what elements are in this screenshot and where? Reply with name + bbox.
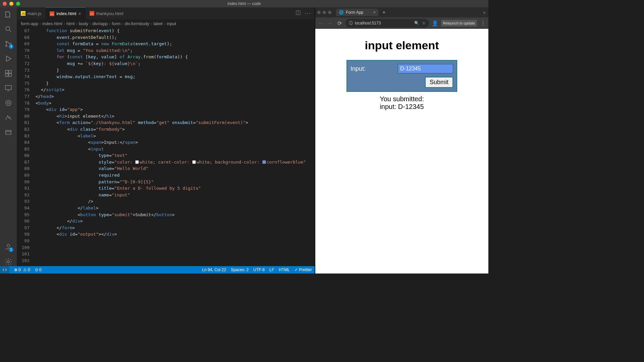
editor-tab[interactable]: JSmain.js: [17, 7, 46, 19]
new-tab-icon[interactable]: +: [380, 9, 387, 15]
input-label-row: Input:: [351, 64, 453, 73]
page-heading: input element: [365, 39, 439, 52]
browser-tab-title: Form App: [346, 10, 363, 15]
window-titlebar: index.html — code: [0, 0, 488, 7]
status-bar: ⊗ 0 ⚠ 0 ⊙ 0 Ln 94, Col 22 Spaces: 2 UTF-…: [0, 266, 315, 274]
breadcrumb-item[interactable]: body: [79, 21, 88, 26]
status-lang[interactable]: HTML: [279, 267, 290, 272]
breadcrumb-item[interactable]: index.html: [42, 21, 62, 26]
text-input[interactable]: [398, 64, 453, 73]
browser-toolbar: ← → ⟳ ⓘ localhost:5173 🔍 ☆ 👤 Relaunch to…: [315, 17, 488, 29]
tab-label: index.html: [56, 11, 76, 16]
svg-point-11: [7, 244, 10, 247]
settings-gear-icon[interactable]: [4, 257, 13, 266]
traffic-lights: [3, 2, 20, 6]
accounts-icon[interactable]: 1: [4, 243, 13, 251]
svg-text:JS: JS: [21, 12, 25, 15]
breadcrumb-item[interactable]: form-app: [21, 21, 38, 26]
code-editor[interactable]: 6768697071727374757677787980818283848586…: [17, 27, 315, 266]
bookmark-icon[interactable]: ☆: [422, 21, 426, 25]
status-formatter[interactable]: ✓ Prettier: [294, 267, 312, 272]
breadcrumb-item[interactable]: label: [153, 21, 162, 26]
browser-traffic-lights: [317, 11, 331, 14]
remote-indicator-icon[interactable]: [0, 266, 9, 274]
accounts-badge: 1: [9, 247, 13, 252]
browser-window: 🌐 Form App × + » ← → ⟳ ⓘ localhost:5173 …: [315, 7, 488, 274]
scm-badge: 4: [9, 44, 13, 49]
source-control-icon[interactable]: 4: [4, 40, 13, 48]
site-info-icon[interactable]: ⓘ: [349, 20, 353, 26]
browser-menu-icon[interactable]: ⋮: [480, 20, 486, 26]
remote-explorer-icon[interactable]: [4, 84, 13, 93]
svg-rect-7: [9, 74, 11, 76]
svg-point-1: [6, 41, 7, 43]
breadcrumb-item[interactable]: div#app: [92, 21, 108, 26]
file-icon: JS: [21, 11, 25, 16]
extensions-icon[interactable]: [4, 69, 13, 78]
extra-3-icon[interactable]: [4, 128, 13, 137]
status-eol[interactable]: LF: [269, 267, 274, 272]
svg-rect-5: [9, 70, 11, 73]
minimize-window-icon[interactable]: [9, 2, 13, 6]
svg-rect-10: [6, 130, 11, 134]
zoom-window-icon[interactable]: [16, 2, 20, 6]
extra-2-icon[interactable]: [4, 113, 13, 122]
tab-label: main.js: [28, 11, 41, 16]
rendered-page: input element Input: Submit You submitte…: [315, 29, 488, 274]
zoom-indicator-icon[interactable]: 🔍: [414, 21, 419, 25]
status-encoding[interactable]: UTF-8: [253, 267, 265, 272]
explorer-icon[interactable]: [4, 10, 13, 19]
vscode-window: 4 1 JSmain.js<>index.html×<>thankyou.htm…: [0, 7, 315, 274]
forward-icon[interactable]: →: [327, 20, 333, 26]
svg-point-12: [7, 261, 9, 263]
breadcrumb-item[interactable]: form: [112, 21, 120, 26]
svg-text:<>: <>: [90, 12, 94, 15]
close-tab-icon[interactable]: ×: [373, 10, 376, 15]
status-spaces[interactable]: Spaces: 2: [231, 267, 249, 272]
svg-rect-6: [5, 74, 8, 76]
minimize-icon[interactable]: [323, 11, 326, 14]
reload-icon[interactable]: ⟳: [336, 20, 343, 26]
close-icon[interactable]: [317, 11, 321, 14]
more-actions-icon[interactable]: ···: [305, 10, 311, 16]
search-icon[interactable]: [4, 25, 13, 34]
submit-button[interactable]: Submit: [425, 77, 453, 88]
editor-tab[interactable]: <>thankyou.html: [86, 7, 128, 19]
browser-chevron-icon[interactable]: »: [483, 10, 488, 15]
back-icon[interactable]: ←: [317, 20, 324, 26]
browser-tab-bar: 🌐 Form App × + »: [315, 7, 488, 17]
split-editor-icon[interactable]: [296, 10, 301, 17]
close-window-icon[interactable]: [3, 2, 7, 6]
profile-icon[interactable]: 👤: [432, 20, 438, 26]
activity-bar: 4 1: [0, 7, 17, 266]
svg-text:<>: <>: [50, 13, 54, 16]
editor-tabs: JSmain.js<>index.html×<>thankyou.html ··…: [17, 7, 315, 19]
browser-tab[interactable]: 🌐 Form App ×: [336, 9, 378, 16]
breadcrumb-item[interactable]: div.formbody: [125, 21, 149, 26]
output-text: You submitted: input: D-12345: [380, 95, 424, 111]
breadcrumb-item[interactable]: html: [66, 21, 75, 26]
breadcrumb-item[interactable]: input: [167, 21, 176, 26]
file-icon: <>: [90, 11, 94, 16]
svg-rect-4: [5, 70, 8, 73]
status-cursor[interactable]: Ln 94, Col 22: [202, 267, 226, 272]
breadcrumbs[interactable]: form-app›index.html›html›body›div#app›fo…: [17, 19, 315, 27]
status-errors[interactable]: ⊗ 0 ⚠ 0: [14, 267, 30, 272]
editor-tab[interactable]: <>index.html×: [46, 7, 85, 19]
svg-point-9: [6, 100, 11, 106]
favicon-icon: 🌐: [339, 10, 344, 15]
file-icon: <>: [50, 11, 54, 16]
url-text: localhost:5173: [355, 21, 381, 25]
input-label: Input:: [351, 65, 366, 72]
zoom-icon[interactable]: [328, 11, 331, 14]
window-title: index.html — code: [227, 1, 261, 6]
svg-rect-8: [5, 85, 11, 89]
svg-point-2: [6, 45, 7, 47]
svg-point-0: [6, 26, 10, 31]
close-tab-icon[interactable]: ×: [78, 11, 81, 16]
status-ports[interactable]: ⊙ 0: [35, 267, 42, 272]
url-bar[interactable]: ⓘ localhost:5173 🔍 ☆: [345, 19, 429, 27]
extra-1-icon[interactable]: [4, 99, 13, 107]
run-debug-icon[interactable]: [4, 54, 13, 63]
relaunch-button[interactable]: Relaunch to update: [441, 20, 477, 26]
